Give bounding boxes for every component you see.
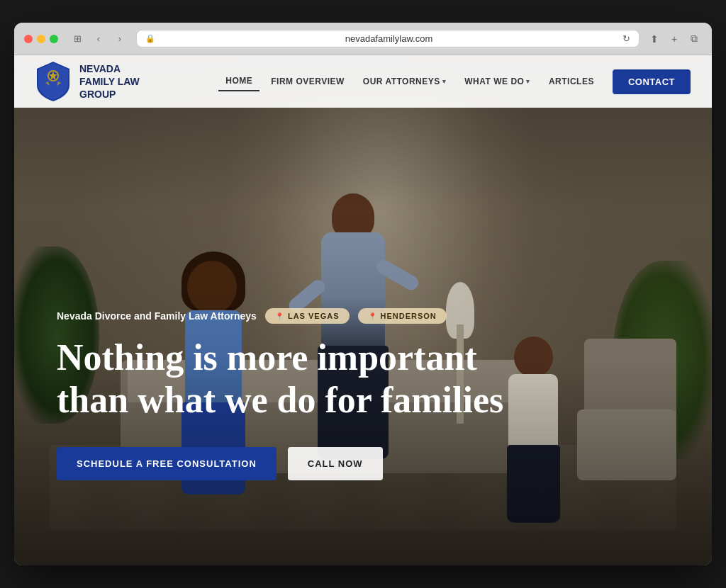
tab-overview-icon[interactable]: ⧉ <box>686 31 702 47</box>
close-button[interactable] <box>24 35 33 43</box>
reload-icon[interactable]: ↻ <box>622 33 630 44</box>
browser-window: ⊞ ‹ › 🔒 nevadafamilylaw.com ↻ ⬆ + ⧉ <box>14 23 712 565</box>
website-content: NEVADA FAMILY LAW GROUP HOME FIRM OVERVI… <box>14 55 712 565</box>
nav-item-articles[interactable]: ARTICLES <box>542 72 601 91</box>
las-vegas-badge[interactable]: 📍 LAS VEGAS <box>265 308 350 324</box>
schedule-consultation-button[interactable]: SCHEDULE A FREE CONSULTATION <box>57 447 277 480</box>
henderson-badge[interactable]: 📍 HENDERSON <box>358 308 447 324</box>
call-now-button[interactable]: CALL NOW <box>288 447 383 480</box>
share-icon[interactable]: ⬆ <box>647 31 662 47</box>
hero-content: Nevada Divorce and Family Law Attorneys … <box>57 308 669 480</box>
nav-item-firm-overview[interactable]: FIRM OVERVIEW <box>264 72 352 91</box>
browser-toolbar: ⊞ ‹ › 🔒 nevadafamilylaw.com ↻ ⬆ + ⧉ <box>14 23 712 55</box>
window-icon[interactable]: ⊞ <box>68 31 86 47</box>
nav-item-attorneys[interactable]: OUR ATTORNEYS ▾ <box>356 72 453 91</box>
logo-area: NEVADA FAMILY LAW GROUP <box>35 60 140 103</box>
what-we-do-chevron-icon: ▾ <box>526 78 530 85</box>
location-label: Nevada Divorce and Family Law Attorneys <box>57 310 257 322</box>
hero-headline: Nothing is more important than what we d… <box>57 337 539 422</box>
url-display: nevadafamilylaw.com <box>160 33 618 44</box>
browser-nav: ⊞ ‹ › <box>68 31 129 47</box>
minimize-button[interactable] <box>37 35 45 43</box>
pin-icon-vegas: 📍 <box>275 312 284 320</box>
maximize-button[interactable] <box>50 35 58 43</box>
nav-links: HOME FIRM OVERVIEW OUR ATTORNEYS ▾ WHAT … <box>218 69 691 94</box>
address-bar[interactable]: 🔒 nevadafamilylaw.com ↻ <box>136 30 640 47</box>
nav-item-home[interactable]: HOME <box>218 72 259 91</box>
back-button[interactable]: ‹ <box>89 31 108 47</box>
contact-button[interactable]: CONTACT <box>613 69 691 94</box>
traffic-lights <box>24 35 58 43</box>
nav-item-what-we-do[interactable]: WHAT WE DO ▾ <box>457 72 537 91</box>
location-badges: Nevada Divorce and Family Law Attorneys … <box>57 308 669 324</box>
browser-actions: ⬆ + ⧉ <box>647 31 702 47</box>
logo-shield-icon <box>35 60 71 103</box>
pin-icon-henderson: 📍 <box>368 312 377 320</box>
lock-icon: 🔒 <box>145 34 155 43</box>
attorneys-chevron-icon: ▾ <box>442 78 447 85</box>
navbar: NEVADA FAMILY LAW GROUP HOME FIRM OVERVI… <box>14 55 712 108</box>
hero-buttons: SCHEDULE A FREE CONSULTATION CALL NOW <box>57 447 669 480</box>
forward-button[interactable]: › <box>111 31 129 47</box>
new-tab-icon[interactable]: + <box>666 31 682 47</box>
logo-text: NEVADA FAMILY LAW GROUP <box>79 62 140 101</box>
